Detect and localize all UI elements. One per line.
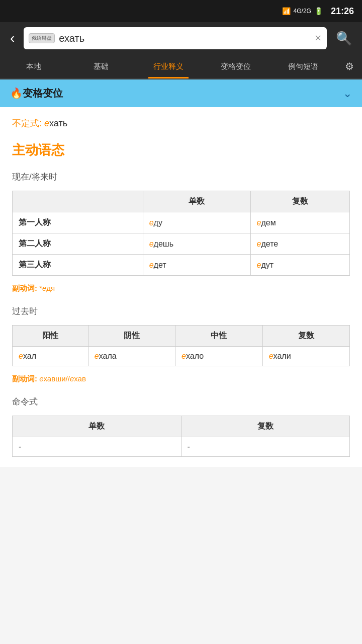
person-2-singular: едешь	[143, 233, 250, 255]
person-3-singular: едет	[143, 255, 250, 276]
infinitive-e: е	[44, 118, 49, 128]
search-input-wrapper[interactable]: 俄语键盘 ехать ✕	[24, 27, 327, 49]
imperative-col-plural: 复数	[181, 416, 350, 437]
status-time: 21:26	[331, 6, 354, 17]
keyboard-badge: 俄语键盘	[29, 33, 55, 43]
table-row: 第一人称 еду едем	[13, 212, 350, 233]
past-neuter: ехало	[175, 347, 263, 366]
main-content: 不定式: ехать 主动语态 现在/将来时 单数 复数 第一人称 еду	[0, 107, 362, 467]
nav-tabs: 本地 基础 行业释义 变格变位 例句短语 ⚙	[0, 54, 362, 79]
infinitive-line: 不定式: ехать	[12, 117, 350, 129]
imperative-col-singular: 单数	[13, 416, 182, 437]
past-tense-label: 过去时	[12, 305, 350, 317]
col-header-singular: 单数	[143, 191, 250, 212]
past-participle-label: 副动词:	[12, 374, 37, 383]
col-header-empty	[13, 191, 143, 212]
past-col-masculine: 阳性	[13, 326, 88, 347]
person-3-plural: едут	[250, 255, 349, 276]
tab-conjugation[interactable]: 变格变位	[202, 56, 269, 77]
participle-label: 副动词:	[12, 284, 37, 292]
past-feminine: ехала	[88, 347, 175, 366]
search-button[interactable]: 🔍	[332, 29, 356, 48]
status-icons: 📶 4G/2G 🔋	[282, 7, 323, 15]
voice-title: 主动语态	[12, 141, 350, 159]
tab-basic[interactable]: 基础	[67, 56, 135, 77]
past-col-neuter: 中性	[175, 326, 263, 347]
tab-industry[interactable]: 行业释义	[135, 56, 202, 77]
infinitive-label: 不定式:	[12, 118, 42, 128]
present-tense-label: 现在/将来时	[12, 171, 350, 183]
settings-button[interactable]: ⚙	[337, 54, 362, 78]
search-query: ехать	[59, 33, 310, 44]
imperative-singular: -	[13, 437, 182, 457]
tab-local[interactable]: 本地	[0, 56, 67, 77]
table-row: 第二人称 едешь едете	[13, 233, 350, 255]
past-plural: ехали	[262, 347, 349, 366]
network-type: 4G/2G	[294, 8, 311, 15]
table-row: ехал ехала ехало ехали	[13, 347, 350, 366]
imperative-label: 命令式	[12, 396, 350, 408]
person-2: 第二人称	[13, 233, 143, 255]
section-header-title: 🔥变格变位	[10, 87, 63, 100]
section-header[interactable]: 🔥变格变位 ⌄	[0, 79, 362, 107]
person-1: 第一人称	[13, 212, 143, 233]
chevron-down-icon: ⌄	[343, 87, 352, 100]
battery-icon: 🔋	[314, 7, 323, 15]
person-1-plural: едем	[250, 212, 349, 233]
col-header-plural: 复数	[250, 191, 349, 212]
person-3: 第三人称	[13, 255, 143, 276]
clear-button[interactable]: ✕	[314, 33, 322, 44]
search-bar: ‹ 俄语键盘 ехать ✕ 🔍	[0, 22, 362, 54]
content-area: 🔥变格变位 ⌄ 不定式: ехать 主动语态 现在/将来时 单数 复数	[0, 79, 362, 467]
tab-examples[interactable]: 例句短语	[269, 56, 337, 77]
person-2-plural: едете	[250, 233, 349, 255]
table-row: - -	[13, 437, 350, 457]
person-1-singular: еду	[143, 212, 250, 233]
past-col-feminine: 阴性	[88, 326, 175, 347]
table-row: 第三人称 едет едут	[13, 255, 350, 276]
present-participle-line: 副动词: *едя	[12, 284, 350, 293]
back-button[interactable]: ‹	[6, 28, 19, 48]
present-tense-table: 单数 复数 第一人称 еду едем 第二人称 едеш	[12, 191, 350, 276]
status-bar: 📶 4G/2G 🔋 21:26	[0, 0, 362, 22]
participle-rest: дя	[46, 284, 55, 292]
past-masculine: ехал	[13, 347, 88, 366]
imperative-table: 单数 复数 - -	[12, 416, 350, 457]
past-participle-line: 副动词: ехавши//ехав	[12, 374, 350, 384]
past-tense-table: 阳性 阴性 中性 复数 ехал ехала ехало	[12, 325, 350, 366]
infinitive-rest: хать	[49, 118, 67, 128]
past-col-plural: 复数	[262, 326, 349, 347]
wifi-icon: 📶	[282, 7, 291, 15]
imperative-plural: -	[181, 437, 350, 457]
